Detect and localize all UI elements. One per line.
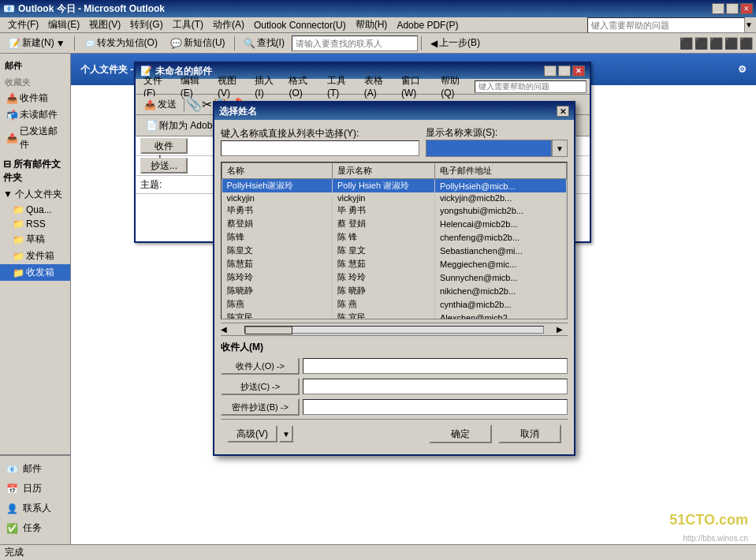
- advanced-button[interactable]: 高级(V): [227, 425, 277, 442]
- menu-edit[interactable]: 编辑(E): [43, 17, 84, 33]
- scroll-track[interactable]: [244, 326, 544, 334]
- folder-tree: 📥 收件箱 📬 未读邮件 📤 已发送邮件 ⊟ 所有邮件文件夹 ▼ 个人文件夹 📁…: [0, 90, 70, 454]
- forward-sms-button[interactable]: 📨 转发为短信(O): [78, 35, 163, 52]
- new-sms-button[interactable]: 💬 新短信(U): [165, 35, 231, 52]
- contact-row[interactable]: 陈晓静 陈 晓静 nikichen@micb2b...: [222, 284, 567, 297]
- new-email-arrow[interactable]: ▼: [56, 38, 65, 49]
- contact-email: vickyjin@micb2b...: [435, 192, 567, 203]
- nav-item-calendar[interactable]: 📅 日历: [0, 479, 70, 498]
- cc-recipient-row: 抄送(C) ->: [221, 378, 568, 395]
- contact-row[interactable]: 毕勇书 毕 勇书 yongshubi@micb2b...: [222, 203, 567, 217]
- subfolder-icon-2: 📁: [13, 218, 24, 230]
- email-menu-insert[interactable]: 插入(I): [250, 73, 284, 100]
- new-email-button[interactable]: 📝 新建(N) ▼: [3, 35, 71, 52]
- menu-adobe-pdf[interactable]: Adobe PDF(P): [392, 18, 463, 32]
- contact-name: 陈慧茹: [222, 257, 333, 271]
- tree-item-collect[interactable]: 📁 收发箱: [0, 264, 70, 281]
- adv-dropdown-arrow[interactable]: ▼: [279, 425, 293, 442]
- email-help-search[interactable]: [475, 80, 587, 93]
- menu-file[interactable]: 文件(F): [3, 17, 43, 33]
- maximize-button[interactable]: □: [726, 3, 739, 14]
- personal-folders-label[interactable]: ▼ 个人文件夹: [0, 186, 70, 203]
- source-dropdown-arrow[interactable]: ▼: [552, 140, 568, 157]
- email-close[interactable]: ✕: [572, 65, 585, 77]
- menu-actions[interactable]: 动作(A): [208, 17, 249, 33]
- scroll-thumb[interactable]: [245, 327, 292, 334]
- email-minimize[interactable]: _: [544, 65, 557, 77]
- contact-display-name: 陈 燕: [333, 297, 435, 311]
- menu-view[interactable]: 视图(V): [84, 17, 125, 33]
- to-button[interactable]: 收件人...: [140, 138, 188, 154]
- find-button[interactable]: 🔍 查找(I): [238, 35, 290, 52]
- nav-icon-1[interactable]: ⬛: [680, 37, 693, 50]
- email-menu-window[interactable]: 窗口(W): [397, 73, 436, 100]
- scroll-right-btn[interactable]: ▶: [557, 325, 568, 334]
- scroll-left-btn[interactable]: ◀: [221, 325, 232, 334]
- minimize-button[interactable]: _: [712, 3, 724, 14]
- bcc-recipient-input[interactable]: [303, 399, 568, 415]
- contact-name: 陈宜民: [222, 311, 333, 319]
- tree-item-unread[interactable]: 📬 未读邮件: [0, 106, 70, 123]
- close-button[interactable]: ✕: [740, 3, 753, 14]
- tree-item-inbox[interactable]: 📥 收件箱: [0, 90, 70, 106]
- contact-row[interactable]: 陈皇文 陈 皇文 Sebastianchen@mi...: [222, 244, 567, 257]
- contact-search-input[interactable]: [292, 35, 418, 51]
- email-menu-tools[interactable]: 工具(T): [322, 73, 359, 100]
- email-menu-help[interactable]: 帮助(Q): [436, 73, 474, 100]
- nav-item-mail[interactable]: 📧 邮件: [0, 459, 70, 479]
- cc-recipient-button[interactable]: 抄送(C) ->: [221, 378, 300, 395]
- nav-icon-3[interactable]: ⬛: [709, 37, 723, 50]
- contact-row[interactable]: 陈燕 陈 燕 cynthia@micb2b...: [222, 297, 567, 311]
- help-search-arrow[interactable]: ▼: [745, 21, 753, 29]
- nav-item-tasks[interactable]: ✅ 任务: [0, 518, 70, 538]
- source-input[interactable]: 我的联系人: [426, 140, 552, 157]
- email-menu-table[interactable]: 表格(A): [359, 73, 397, 100]
- nav-item-contacts[interactable]: 👤 联系人: [0, 498, 70, 518]
- menu-goto[interactable]: 转到(G): [125, 17, 167, 33]
- to-recipient-input[interactable]: [303, 358, 568, 374]
- dialog-close-button[interactable]: ✕: [557, 106, 569, 117]
- nav-icon-5[interactable]: ⬛: [739, 37, 753, 50]
- main-menu-bar: 文件(F) 编辑(E) 视图(V) 转到(G) 工具(T) 动作(A) Outl…: [0, 17, 756, 33]
- tree-item-outbox[interactable]: 📁 发件箱: [0, 248, 70, 264]
- contact-row[interactable]: vickyjin vickyjin vickyjin@micb2b...: [222, 192, 567, 203]
- menu-tools[interactable]: 工具(T): [168, 17, 208, 33]
- name-search-input[interactable]: [221, 140, 419, 156]
- contact-row[interactable]: PollyHsieh谢淑玲 Polly Hsieh 谢淑玲 PollyHsieh…: [222, 179, 567, 193]
- content-area: 个人文件夹 - Outlook 今日 ⚙ 📝 未命名的邮件 _ □ ✕ 文件(F…: [71, 54, 756, 544]
- bcc-recipient-button[interactable]: 密件抄送(B) ->: [221, 398, 300, 416]
- help-search-input[interactable]: [587, 17, 745, 33]
- contact-row[interactable]: 陈慧茹 陈 慧茹 Meggiechen@mic...: [222, 257, 567, 271]
- email-toolbar-icon-1[interactable]: 📎: [186, 97, 202, 112]
- back-button[interactable]: ◀ 上一步(B): [425, 35, 486, 52]
- ok-button[interactable]: 确定: [429, 424, 492, 443]
- search-section: 键入名称或直接从列表中选择(Y):: [221, 127, 419, 156]
- nav-icon-4[interactable]: ⬛: [724, 37, 738, 50]
- tree-item-qua[interactable]: 📁 Qua...: [0, 203, 70, 217]
- email-menu-view[interactable]: 视图(V): [213, 73, 250, 100]
- nav-icon-2[interactable]: ⬛: [695, 37, 708, 50]
- cc-recipient-input[interactable]: [303, 379, 568, 394]
- to-recipient-button[interactable]: 收件人(O) ->: [221, 357, 300, 375]
- contact-row[interactable]: 陈玲玲 陈 玲玲 Sunnychen@micb...: [222, 271, 567, 284]
- tree-item-rss[interactable]: 📁 RSS: [0, 217, 70, 231]
- contact-row[interactable]: 蔡登娟 蔡 登娟 Helencai@micb2b...: [222, 217, 567, 230]
- source-label: 显示名称来源(S):: [426, 126, 568, 140]
- tree-item-sent[interactable]: 📤 已发送邮件: [0, 123, 70, 153]
- menu-outlook-connector[interactable]: Outlook Connector(U): [249, 18, 351, 32]
- tree-item-draft[interactable]: 📁 草稿: [0, 231, 70, 248]
- horizontal-scrollbar[interactable]: ◀ ▶: [221, 323, 568, 335]
- menu-help[interactable]: 帮助(H): [351, 17, 393, 33]
- send-button[interactable]: 📤 发送: [139, 96, 182, 114]
- email-maximize[interactable]: □: [558, 65, 571, 77]
- cc-button[interactable]: 抄送...: [140, 158, 188, 174]
- contact-row[interactable]: 陈锋 陈 锋 chenfeng@micb2b...: [222, 230, 567, 244]
- contact-name: 陈玲玲: [222, 271, 333, 284]
- contact-email: Sunnychen@micb...: [435, 271, 567, 284]
- contact-email: Meggiechen@mic...: [435, 257, 567, 271]
- cancel-button[interactable]: 取消: [498, 424, 561, 443]
- email-menu-format[interactable]: 格式(O): [284, 73, 322, 100]
- contact-row[interactable]: 陈宜民 陈 宜民 Alexchen@micb2...: [222, 311, 567, 319]
- email-toolbar-icon-2[interactable]: ✂: [202, 97, 212, 112]
- contact-list-container[interactable]: 名称 显示名称 电子邮件地址 PollyHsieh谢淑玲 Polly Hsieh…: [221, 162, 568, 319]
